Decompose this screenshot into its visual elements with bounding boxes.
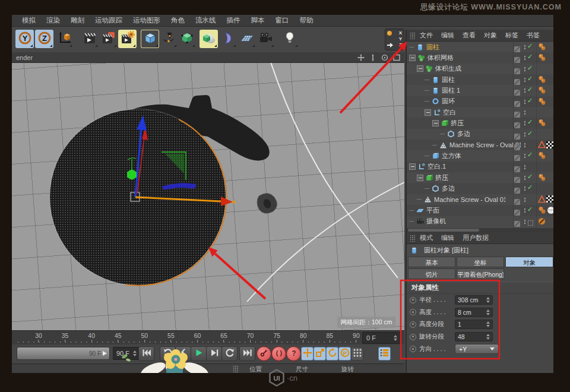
tree-row-10[interactable]: 立方体✓: [407, 150, 555, 161]
enabled-check-icon[interactable]: ✓: [527, 64, 533, 72]
keyframe-radio[interactable]: [410, 346, 416, 352]
keyframe-radio[interactable]: [410, 334, 416, 340]
menu-item-7[interactable]: 插件: [221, 16, 246, 25]
tags-spheres[interactable]: [538, 43, 546, 51]
tags-warn[interactable]: [538, 195, 553, 203]
value-field[interactable]: 48: [455, 332, 493, 342]
tree-scrollbar[interactable]: [407, 228, 555, 232]
current-frame-field[interactable]: 0 F: [362, 332, 401, 344]
expander-icon[interactable]: [425, 109, 431, 116]
value-spinner[interactable]: [486, 309, 490, 315]
key-parameter-toggle[interactable]: P: [338, 347, 351, 361]
keyframe-options-button[interactable]: ?: [286, 346, 301, 361]
tree-row-4[interactable]: 圆柱 1✓: [407, 85, 555, 96]
visibility-dots-toggle[interactable]: [524, 197, 526, 203]
toggle-view-icon[interactable]: [393, 54, 400, 61]
loop-button[interactable]: [221, 346, 238, 361]
zoom-view-icon[interactable]: [369, 54, 376, 61]
tree-row-8[interactable]: 多边✓: [407, 129, 555, 140]
y-axis-lock-button[interactable]: Y: [15, 30, 34, 48]
tree-row-15[interactable]: 平面✓: [407, 205, 555, 216]
tab-3[interactable]: 切片: [408, 268, 455, 279]
tree-row-12[interactable]: 挤压✓: [407, 172, 555, 183]
tree-row-3[interactable]: 圆柱✓: [407, 74, 555, 85]
tab-4[interactable]: 平滑着色(Phong): [457, 268, 504, 279]
render-picture-viewer-button[interactable]: [99, 30, 118, 48]
visibility-dots-toggle[interactable]: [524, 67, 526, 72]
visibility-dots-toggle[interactable]: [524, 99, 526, 105]
om-menu-item-1[interactable]: 编辑: [437, 31, 458, 40]
menu-item-2[interactable]: 雕刻: [65, 16, 90, 25]
z-axis-lock-button[interactable]: Z: [35, 30, 53, 48]
om-menu-item-5[interactable]: 书签: [522, 31, 544, 40]
enabled-check-icon[interactable]: ✓: [527, 206, 533, 213]
tree-row-2[interactable]: 体积生成✓: [407, 64, 555, 74]
visibility-dots-toggle[interactable]: [524, 45, 526, 50]
enabled-check-icon[interactable]: ✓: [527, 42, 533, 50]
tree-row-11[interactable]: 空白.1: [407, 162, 555, 172]
record-keyframe-button[interactable]: [256, 346, 271, 361]
panel-grip[interactable]: [233, 365, 239, 372]
tab-0[interactable]: 基本: [408, 257, 455, 267]
tags-spheres[interactable]: [538, 119, 546, 127]
tags-spheres[interactable]: [538, 86, 546, 94]
render-settings-button[interactable]: [118, 30, 137, 48]
menu-item-3[interactable]: 运动跟踪: [90, 16, 128, 25]
enabled-check-icon[interactable]: ✓: [527, 129, 533, 137]
om-menu-item-2[interactable]: 查看: [458, 31, 480, 40]
visibility-dots-toggle[interactable]: [524, 132, 526, 137]
goto-end-button[interactable]: [239, 346, 255, 361]
enabled-check-icon[interactable]: ✓: [527, 97, 533, 105]
viewport-canvas[interactable]: 网格间距：100 cm: [12, 63, 404, 330]
expander-icon[interactable]: [409, 55, 416, 61]
tree-row-0[interactable]: 圆柱✓: [407, 42, 555, 52]
enabled-check-icon[interactable]: ✓: [527, 53, 533, 61]
tab-2[interactable]: 对象: [505, 257, 553, 267]
pan-view-icon[interactable]: [357, 54, 365, 61]
enabled-check-icon[interactable]: ✓: [527, 184, 533, 191]
key-position-toggle[interactable]: [301, 347, 314, 361]
menu-item-0[interactable]: 模拟: [17, 16, 41, 25]
add-array-button[interactable]: [200, 30, 218, 48]
visibility-dots-toggle[interactable]: [524, 153, 526, 159]
visibility-dots-toggle[interactable]: [524, 121, 526, 126]
enabled-check-icon[interactable]: ✓: [527, 151, 533, 159]
om-menu-item-0[interactable]: 文件: [416, 31, 437, 40]
rotate-view-icon[interactable]: [381, 54, 388, 61]
visibility-dots-toggle[interactable]: [524, 208, 526, 213]
expander-icon[interactable]: [417, 65, 423, 72]
enabled-check-icon[interactable]: ✓: [527, 75, 533, 83]
menu-item-6[interactable]: 流水线: [190, 16, 221, 25]
tags-spheres[interactable]: [538, 53, 546, 62]
key-pla-toggle[interactable]: [351, 347, 363, 361]
autokey-button[interactable]: ( ): [271, 346, 286, 361]
om-menu-item-4[interactable]: 标签: [501, 31, 522, 40]
visibility-dots-toggle[interactable]: [524, 143, 526, 148]
tags-spheres[interactable]: [538, 97, 546, 106]
enabled-check-icon[interactable]: ✓: [527, 118, 533, 126]
viewport[interactable]: ender: [12, 52, 404, 330]
tree-row-5[interactable]: 圆环✓: [407, 96, 555, 107]
menu-item-5[interactable]: 角色: [166, 16, 190, 25]
add-primitive-button[interactable]: [141, 30, 159, 48]
keyframe-radio[interactable]: [410, 321, 416, 328]
visibility-dots-toggle[interactable]: [524, 110, 526, 115]
value-field[interactable]: 308 cm: [455, 295, 493, 305]
tree-row-7[interactable]: 挤压✓: [407, 118, 555, 128]
value-field[interactable]: 1: [455, 320, 493, 329]
visibility-dots-toggle[interactable]: [524, 175, 526, 181]
enabled-check-icon[interactable]: ✓: [527, 173, 533, 181]
tags-spheres[interactable]: [538, 151, 546, 160]
value-spinner[interactable]: [486, 321, 490, 327]
value-spinner[interactable]: [486, 297, 490, 303]
tree-row-6[interactable]: 空白: [407, 107, 555, 118]
visibility-dots-toggle[interactable]: [524, 219, 526, 225]
camera-link-icon[interactable]: [527, 218, 534, 229]
tags-spheres[interactable]: [538, 75, 546, 84]
expander-icon[interactable]: [409, 163, 416, 170]
add-generator-button[interactable]: [178, 30, 196, 48]
timeline-ruler[interactable]: 0 F 30354045505560657075808590: [12, 330, 404, 344]
menu-item-4[interactable]: 运动图形: [128, 16, 166, 25]
key-scale-toggle[interactable]: [314, 347, 326, 361]
tab-1[interactable]: 坐标: [457, 257, 504, 267]
